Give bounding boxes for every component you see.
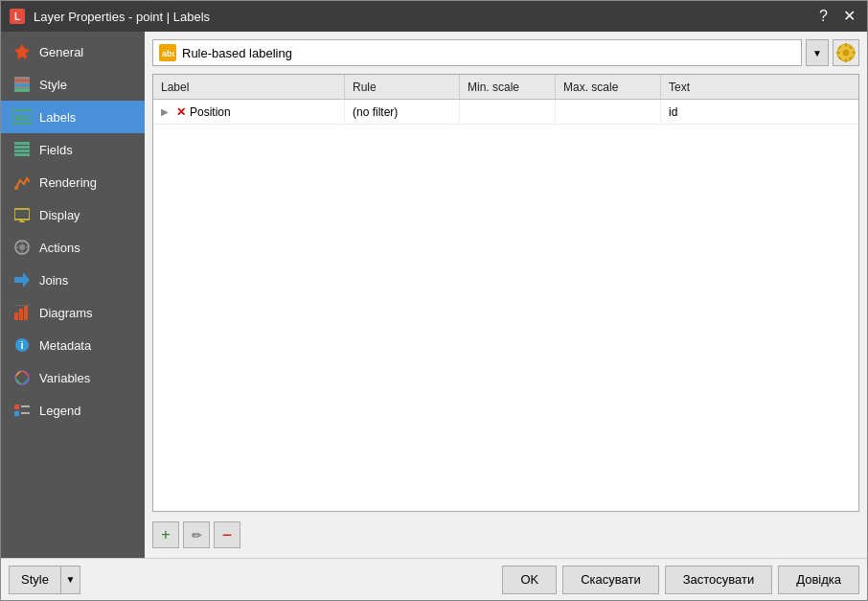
svg-text:abc: abc [14,113,30,123]
row-maxscale-cell [556,100,661,124]
sidebar-label-metadata: Metadata [39,338,91,353]
general-icon [12,42,32,61]
actions-icon [12,238,32,257]
svg-text:abc: abc [162,49,174,58]
sidebar-item-general[interactable]: General [1,35,145,68]
style-dropdown-button[interactable]: ▼ [61,566,80,594]
svg-rect-41 [852,52,856,54]
rules-table: Label Rule Min. scale Max. scale Text ▶ … [152,74,859,512]
sidebar-item-metadata[interactable]: i Metadata [1,329,145,361]
svg-rect-10 [14,146,30,149]
footer-bar: Style ▼ OK Скасувати Застосувати Довідка [1,558,867,600]
svg-point-18 [19,244,25,250]
svg-marker-2 [14,44,30,59]
svg-rect-32 [14,411,19,416]
sidebar-item-display[interactable]: Display [1,198,145,231]
help-button[interactable]: ? [815,7,832,26]
edit-rule-button[interactable]: ✏ [183,521,210,548]
svg-marker-23 [14,272,30,288]
edit-icon: ✏ [192,528,202,543]
row-minscale-cell [460,100,556,124]
window-title: Layer Properties - point | Labels [34,10,210,24]
joins-icon [12,270,32,289]
close-button[interactable]: ✕ [839,7,859,26]
footer-left: Style ▼ [9,566,80,594]
metadata-icon: i [12,335,32,355]
sidebar-item-rendering[interactable]: Rendering [1,166,145,198]
display-icon [12,205,32,224]
col-header-maxscale: Max. scale [556,75,661,99]
svg-rect-26 [24,306,28,320]
labeling-dropdown-button[interactable]: ▼ [806,39,829,66]
sidebar-item-fields[interactable]: Fields [1,133,145,166]
help-footer-button[interactable]: Довідка [778,566,859,594]
svg-rect-27 [14,305,30,306]
gear-icon [836,43,856,62]
labeling-mode-select-wrap[interactable]: abc Rule-based labeling [152,39,802,66]
svg-point-37 [843,50,850,57]
variables-icon [12,368,32,387]
labeling-settings-button[interactable] [833,39,859,66]
sidebar-item-style[interactable]: Style [1,68,145,101]
svg-rect-11 [14,150,30,152]
sidebar-label-fields: Fields [39,143,73,157]
style-dropdown-arrow: ▼ [65,574,75,585]
fields-icon [12,140,32,159]
remove-icon: − [222,526,233,543]
sidebar-item-actions[interactable]: Actions [1,231,145,264]
svg-rect-9 [14,142,30,145]
svg-rect-31 [14,405,19,409]
main-window: L Layer Properties - point | Labels ? ✕ … [0,0,868,601]
add-rule-button[interactable]: + [152,521,179,548]
svg-rect-38 [845,43,847,47]
sidebar-label-labels: Labels [39,110,76,125]
sidebar-label-diagrams: Diagrams [39,306,93,320]
sidebar-label-joins: Joins [39,273,68,288]
dropdown-arrow-icon: ▼ [812,48,822,58]
apply-button[interactable]: Застосувати [665,566,773,594]
svg-rect-24 [14,312,18,320]
sidebar-label-rendering: Rendering [39,175,97,190]
remove-rule-button[interactable]: − [214,521,240,548]
row-text-cell: id [661,100,858,124]
sidebar-label-variables: Variables [39,371,90,385]
diagrams-icon [12,303,32,322]
svg-point-13 [14,186,18,190]
sidebar-item-legend[interactable]: Legend [1,394,145,427]
sidebar-label-style: Style [39,78,67,92]
titlebar-left: L Layer Properties - point | Labels [9,8,210,25]
sidebar-label-general: General [39,45,83,59]
col-header-label: Label [153,75,345,99]
labels-icon: abc [12,107,32,127]
row-expand-icon: ▶ [161,106,176,117]
main-content: General Style abc [1,32,867,558]
ok-button[interactable]: OK [502,566,557,594]
legend-icon [12,401,32,420]
titlebar-controls: ? ✕ [815,7,859,26]
layer-properties-icon: L [9,8,26,25]
sidebar-item-variables[interactable]: Variables [1,361,145,394]
svg-rect-14 [14,209,30,220]
svg-rect-25 [19,309,23,320]
labeling-mode-icon: abc [159,44,176,61]
style-button[interactable]: Style [9,566,61,594]
table-row[interactable]: ▶ ✕ Position (no filter) id [153,100,858,125]
sidebar: General Style abc [1,32,145,558]
sidebar-item-joins[interactable]: Joins [1,264,145,296]
cancel-button[interactable]: Скасувати [562,566,659,594]
svg-rect-12 [14,153,30,156]
col-header-rule: Rule [345,75,460,99]
sidebar-label-actions: Actions [39,241,80,255]
row-rule-cell: (no filter) [345,100,460,124]
sidebar-item-labels[interactable]: abc Labels [1,101,145,133]
svg-text:L: L [14,12,20,22]
row-status-icon: ✕ [176,105,186,119]
bottom-toolbar: + ✏ − [152,520,859,550]
rendering-icon [12,173,32,192]
style-icon [12,75,32,94]
right-panel: abc Rule-based labeling ▼ [145,32,867,558]
col-header-text: Text [661,75,858,99]
sidebar-label-legend: Legend [39,404,80,418]
sidebar-item-diagrams[interactable]: Diagrams [1,296,145,329]
titlebar: L Layer Properties - point | Labels ? ✕ [1,1,867,32]
